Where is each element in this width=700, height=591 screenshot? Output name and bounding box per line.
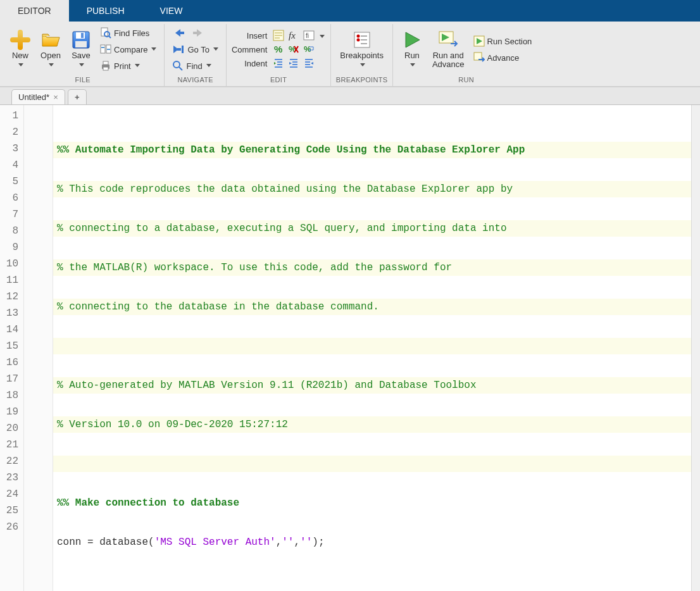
svg-text:%: % <box>304 44 311 54</box>
line-number: 13 <box>0 305 18 321</box>
advance-button[interactable]: Advance <box>471 50 535 65</box>
line-number: 12 <box>0 289 18 305</box>
line-number: 10 <box>0 256 18 272</box>
tab-publish[interactable]: PUBLISH <box>69 0 142 22</box>
line-number-gutter: 1234567891011121314151617181920212223242… <box>0 105 24 591</box>
svg-point-28 <box>356 38 359 41</box>
chevron-down-icon <box>18 63 23 67</box>
line-number: 17 <box>0 371 18 387</box>
line-number: 7 <box>0 206 18 223</box>
svg-text:fx: fx <box>289 30 296 40</box>
comment-button[interactable]: % <box>272 43 285 56</box>
comment-label: Comment <box>232 45 270 54</box>
section-icon <box>273 30 284 41</box>
wrap-comment-button[interactable]: % <box>303 43 315 56</box>
svg-rect-16 <box>182 46 184 53</box>
run-advance-button[interactable]: Run and Advance <box>428 28 468 71</box>
find-files-button[interactable]: Find Files <box>97 25 159 40</box>
svg-text:%: % <box>274 44 282 54</box>
find-button[interactable]: Find <box>170 58 220 73</box>
svg-rect-6 <box>101 45 105 53</box>
arrow-left-icon <box>173 28 185 38</box>
insert-fx-button[interactable]: fx <box>287 29 300 42</box>
svg-rect-3 <box>75 41 87 47</box>
tab-view[interactable]: VIEW <box>142 0 201 22</box>
percent-wrap-icon: % <box>303 44 315 55</box>
save-button[interactable]: Save <box>67 28 95 71</box>
line-number: 23 <box>0 470 18 486</box>
folder-open-icon <box>41 30 61 50</box>
indent-icon <box>273 58 284 69</box>
insert-var-button[interactable]: fi <box>303 29 315 42</box>
close-icon[interactable]: × <box>53 92 58 102</box>
svg-rect-12 <box>103 67 108 70</box>
line-number: 22 <box>0 453 18 470</box>
goto-icon <box>172 44 185 54</box>
line-number: 14 <box>0 321 18 338</box>
run-button[interactable]: Run <box>398 28 426 71</box>
line-number: 21 <box>0 437 18 453</box>
line-number: 4 <box>0 157 18 173</box>
nav-fwd-button[interactable] <box>191 27 205 39</box>
group-label-run: RUN <box>396 75 537 86</box>
code-editor[interactable]: 1234567891011121314151617181920212223242… <box>0 104 700 591</box>
file-tab[interactable]: Untitled* × <box>11 89 65 104</box>
goto-button[interactable]: Go To <box>170 42 220 57</box>
fx-icon: fx <box>288 30 299 41</box>
open-button[interactable]: Open <box>37 28 65 71</box>
insert-more-button[interactable] <box>318 30 325 41</box>
arrow-right-icon <box>192 28 204 38</box>
print-button[interactable]: Print <box>97 58 159 73</box>
chevron-down-icon <box>151 47 156 51</box>
line-number: 20 <box>0 420 18 437</box>
indent-right-button[interactable] <box>287 57 300 70</box>
svg-rect-27 <box>361 35 367 37</box>
chevron-down-icon <box>135 64 140 68</box>
nav-back-button[interactable] <box>172 27 186 39</box>
file-tab-bar: Untitled* × + <box>0 87 700 104</box>
indent-left-button[interactable] <box>303 57 315 70</box>
run-advance-icon <box>438 30 458 50</box>
line-number: 3 <box>0 140 18 157</box>
svg-point-26 <box>356 34 359 37</box>
run-section-button[interactable]: Run Section <box>471 34 535 49</box>
compare-icon <box>100 44 111 55</box>
insert-label: Insert <box>232 31 270 40</box>
breakpoints-button[interactable]: Breakpoints <box>336 28 387 71</box>
svg-rect-30 <box>361 43 367 44</box>
uncomment-button[interactable]: % <box>287 43 300 56</box>
group-label-navigate: NAVIGATE <box>167 75 223 86</box>
chevron-down-icon <box>213 47 218 51</box>
new-tab-button[interactable]: + <box>68 89 87 104</box>
indent-left-icon <box>303 58 315 69</box>
ribbon-tabs: EDITOR PUBLISH VIEW <box>0 0 700 22</box>
code-area[interactable]: %% Automate Importing Data by Generating… <box>53 105 700 591</box>
svg-rect-14 <box>193 32 198 34</box>
variable-icon: fi <box>303 30 315 41</box>
tab-editor[interactable]: EDITOR <box>0 0 69 22</box>
new-button[interactable]: New <box>6 28 34 71</box>
print-icon <box>100 60 111 72</box>
line-number: 2 <box>0 124 18 140</box>
svg-rect-9 <box>107 49 110 50</box>
chevron-down-icon <box>49 63 54 67</box>
group-label-breakpoints: BREAKPOINTS <box>334 75 390 86</box>
indent-button[interactable] <box>272 57 285 70</box>
group-label-file: FILE <box>4 75 161 86</box>
insert-section-button[interactable] <box>272 29 285 42</box>
compare-button[interactable]: Compare <box>97 42 159 57</box>
line-number: 19 <box>0 404 18 420</box>
line-number: 25 <box>0 502 18 519</box>
save-icon <box>71 30 91 50</box>
line-number: 1 <box>0 108 18 124</box>
chevron-down-icon <box>360 63 365 67</box>
plus-icon <box>10 30 30 50</box>
right-margin-strip <box>691 105 700 591</box>
line-number: 6 <box>0 190 18 206</box>
line-number: 11 <box>0 272 18 289</box>
indent-label: Indent <box>232 59 270 68</box>
line-number: 26 <box>0 519 18 535</box>
line-number: 18 <box>0 387 18 404</box>
chevron-down-icon <box>410 63 415 67</box>
breakpoint-gutter[interactable] <box>24 105 53 591</box>
